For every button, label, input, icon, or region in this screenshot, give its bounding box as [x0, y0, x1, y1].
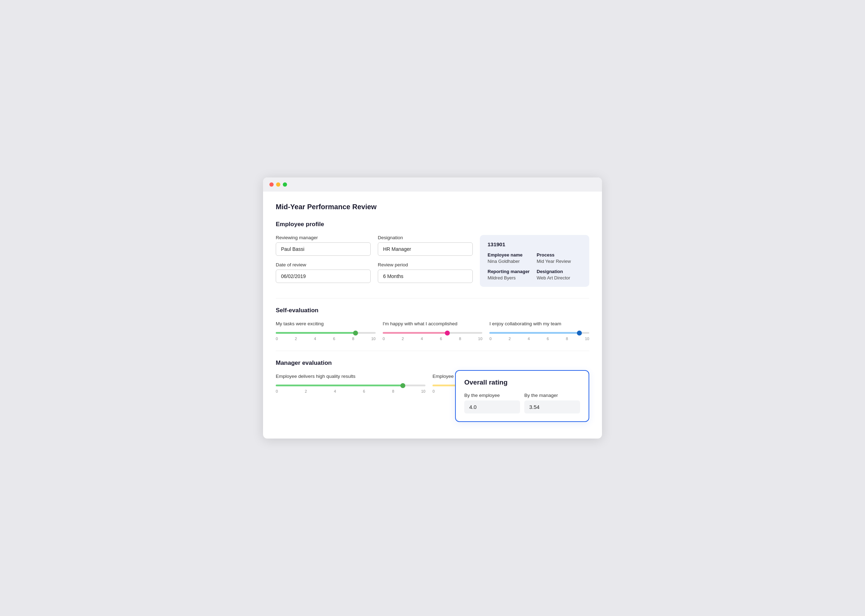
slider-ticks: 0246810 [489, 336, 589, 341]
designation-field: Designation [378, 235, 473, 256]
review-period-input[interactable] [378, 270, 473, 283]
slider-fill [489, 332, 579, 334]
slider-track [276, 385, 425, 386]
reporting-manager-card-label: Reporting manager [488, 269, 533, 274]
by-manager-field: By the manager 3.54 [524, 393, 580, 413]
tick-label: 6 [333, 336, 335, 341]
tick-label: 0 [276, 336, 278, 341]
tick-label: 10 [421, 389, 425, 393]
reporting-manager-card-value: Mildred Byers [488, 275, 533, 280]
self-evaluation-section: Self-evaluation My tasks were exciting 0… [276, 307, 589, 341]
date-of-review-field: Date of review [276, 262, 371, 283]
employee-profile-section: Employee profile Reviewing manager Desig… [276, 221, 589, 287]
employee-name-card-value: Nina Goldhaber [488, 259, 533, 264]
slider-group: My tasks were exciting 0246810 [276, 321, 383, 341]
tick-label: 8 [392, 389, 394, 393]
tick-label: 2 [508, 336, 510, 341]
manager-eval-row: Employee delivers high quality results 0… [276, 374, 589, 416]
tick-label: 8 [352, 336, 354, 341]
tick-label: 8 [566, 336, 568, 341]
tick-label: 4 [421, 336, 423, 341]
by-manager-value: 3.54 [524, 401, 580, 413]
self-eval-sliders-row: My tasks were exciting 0246810 I'm happy… [276, 321, 589, 341]
form-fields: Reviewing manager Designation Date of re… [276, 235, 473, 283]
close-dot[interactable] [269, 182, 274, 187]
slider-track-container [489, 332, 589, 334]
tick-label: 10 [585, 336, 589, 341]
tick-label: 10 [371, 336, 375, 341]
tick-label: 4 [528, 336, 530, 341]
by-manager-label: By the manager [524, 393, 580, 398]
employee-name-card-label: Employee name [488, 252, 533, 258]
slider-track [276, 332, 376, 334]
slider-track [383, 332, 483, 334]
slider-thumb[interactable] [400, 383, 405, 388]
slider-track-container [276, 332, 376, 334]
rating-grid: By the employee 4.0 By the manager 3.54 [464, 393, 580, 413]
employee-name-card-field: Employee name Nina Goldhaber [488, 252, 533, 264]
card-grid: Employee name Nina Goldhaber Process Mid… [488, 252, 581, 280]
slider-thumb[interactable] [445, 331, 450, 336]
process-card-value: Mid Year Review [537, 259, 581, 264]
designation-label: Designation [378, 235, 473, 240]
tick-label: 0 [383, 336, 385, 341]
slider-label: Employee delivers high quality results [276, 374, 425, 379]
slider-group: Employee delivers high quality results 0… [276, 374, 433, 416]
slider-group: I enjoy collaborating with my team 02468… [489, 321, 589, 341]
slider-thumb[interactable] [353, 331, 358, 336]
employee-card: 131901 Employee name Nina Goldhaber Proc… [480, 235, 589, 287]
designation-card-label: Designation [537, 269, 581, 274]
reporting-manager-card-field: Reporting manager Mildred Byers [488, 269, 533, 280]
app-window: Mid-Year Performance Review Employee pro… [263, 178, 602, 438]
designation-card-field: Designation Web Art Director [537, 269, 581, 280]
by-employee-field: By the employee 4.0 [464, 393, 520, 413]
process-card-label: Process [537, 252, 581, 258]
manager-evaluation-title: Manager evaluation [276, 360, 589, 366]
maximize-dot[interactable] [283, 182, 287, 187]
tick-label: 2 [305, 389, 307, 393]
date-of-review-input[interactable] [276, 270, 371, 283]
slider-fill [383, 332, 447, 334]
self-evaluation-title: Self-evaluation [276, 307, 589, 314]
by-employee-value: 4.0 [464, 401, 520, 413]
designation-input[interactable] [378, 242, 473, 256]
minimize-dot[interactable] [276, 182, 280, 187]
main-content: Mid-Year Performance Review Employee pro… [263, 192, 602, 438]
slider-fill [276, 385, 403, 386]
manager-evaluation-section: Manager evaluation Employee delivers hig… [276, 360, 589, 416]
tick-label: 6 [363, 389, 365, 393]
slider-ticks: 0246810 [383, 336, 483, 341]
slider-track-container [276, 385, 425, 386]
tick-label: 4 [334, 389, 336, 393]
divider-1 [276, 298, 589, 299]
tick-label: 4 [314, 336, 316, 341]
tick-label: 0 [489, 336, 492, 341]
overall-rating-card: Overall rating By the employee 4.0 By th… [455, 370, 589, 422]
review-period-field: Review period [378, 262, 473, 283]
tick-label: 0 [276, 389, 278, 393]
reviewing-manager-label: Reviewing manager [276, 235, 371, 240]
slider-track [489, 332, 589, 334]
tick-label: 2 [295, 336, 297, 341]
slider-label: I'm happy with what I accomplished [383, 321, 483, 326]
slider-track-container [383, 332, 483, 334]
date-of-review-label: Date of review [276, 262, 371, 267]
review-period-label: Review period [378, 262, 473, 267]
overall-rating-title: Overall rating [464, 379, 580, 386]
slider-label: My tasks were exciting [276, 321, 376, 326]
profile-section-title: Employee profile [276, 221, 589, 228]
slider-ticks: 0246810 [276, 389, 425, 393]
slider-group: I'm happy with what I accomplished 02468… [383, 321, 490, 341]
slider-label: I enjoy collaborating with my team [489, 321, 589, 326]
employee-id: 131901 [488, 241, 581, 247]
profile-grid: Reviewing manager Designation Date of re… [276, 235, 589, 287]
slider-ticks: 0246810 [276, 336, 376, 341]
slider-thumb[interactable] [577, 331, 582, 336]
tick-label: 10 [478, 336, 482, 341]
tick-label: 8 [459, 336, 461, 341]
process-card-field: Process Mid Year Review [537, 252, 581, 264]
reviewing-manager-input[interactable] [276, 242, 371, 256]
tick-label: 0 [433, 389, 435, 393]
page-title: Mid-Year Performance Review [276, 203, 589, 211]
tick-label: 2 [402, 336, 404, 341]
